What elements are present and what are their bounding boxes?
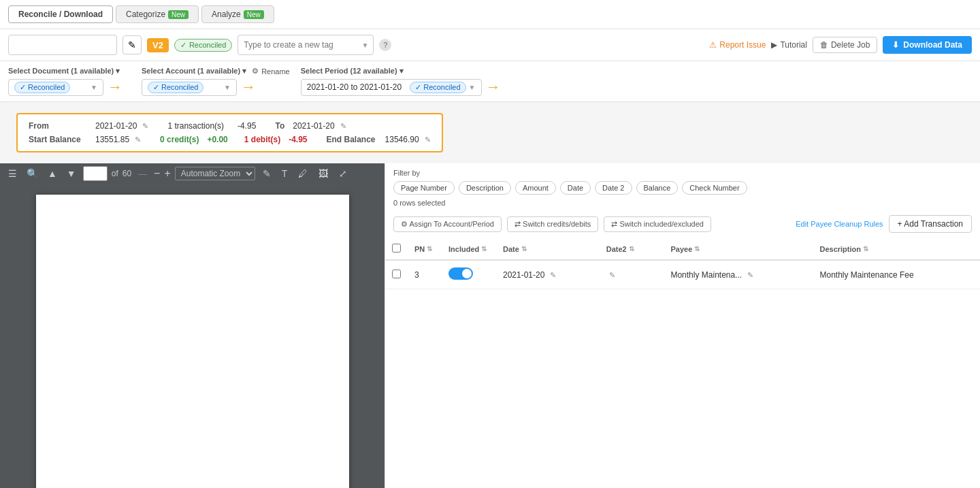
filter-description-button[interactable]: Description xyxy=(459,181,511,195)
download-data-button[interactable]: ⬇ Download Data xyxy=(883,36,972,54)
delete-job-button[interactable]: 🗑 Delete Job xyxy=(813,37,877,53)
edit-icon-button[interactable]: ✎ xyxy=(122,35,142,54)
filter-buttons-row: Page Number Description Amount Date Date… xyxy=(393,181,972,195)
doc-search-input[interactable] xyxy=(8,35,117,55)
select-row: Select Document (1 available) ▾ ✓ Reconc… xyxy=(0,61,980,102)
pdf-page xyxy=(36,195,349,488)
summary-balance-row: Start Balance 13551.85 ✎ 0 credit(s) +0.… xyxy=(29,135,431,144)
rename-button[interactable]: ⚙ Rename xyxy=(252,67,290,76)
debits-label: 1 debit(s) xyxy=(244,135,280,144)
pdf-page-input[interactable]: 1 xyxy=(83,166,108,181)
table-header-date[interactable]: Date⇅ xyxy=(496,238,600,260)
pdf-cursor-tool-button[interactable]: ✎ xyxy=(259,167,274,180)
right-panel: Filter by Page Number Description Amount… xyxy=(385,163,980,488)
select-document-arrow-annotation: → xyxy=(108,78,122,96)
tab-analyze-badge: New xyxy=(244,10,264,19)
pdf-next-page-button[interactable]: ▼ xyxy=(64,167,79,180)
main-content: ☰ 🔍 ▲ ▼ 1 of 60 — − + Automatic Zoom ✎ T… xyxy=(0,163,980,488)
row-date2-edit-icon[interactable]: ✎ xyxy=(609,271,615,279)
filter-page-number-button[interactable]: Page Number xyxy=(393,181,455,195)
table-header-payee[interactable]: Payee⇅ xyxy=(664,238,813,260)
edit-payee-cleanup-rules-button[interactable]: Edit Payee Cleanup Rules xyxy=(796,215,883,233)
from-date-edit-icon[interactable]: ✎ xyxy=(142,122,148,131)
pdf-sidebar-toggle-button[interactable]: ☰ xyxy=(5,167,20,180)
pdf-zoom-in-button[interactable]: + xyxy=(164,167,170,180)
row-checkbox[interactable] xyxy=(392,270,401,278)
pdf-viewer: ☰ 🔍 ▲ ▼ 1 of 60 — − + Automatic Zoom ✎ T… xyxy=(0,163,385,488)
table-header-description[interactable]: Description⇅ xyxy=(813,238,980,260)
select-period-reconciled-badge: ✓ Reconciled xyxy=(410,82,466,93)
tab-analyze[interactable]: AnalyzeNew xyxy=(201,5,274,23)
included-sort-icon: ⇅ xyxy=(481,245,487,253)
pdf-text-tool-button[interactable]: T xyxy=(278,167,291,180)
toolbar-left: ✎ V2 ✓ Reconciled ▼ ? xyxy=(8,35,704,55)
row-date-value: 2021-01-20 xyxy=(503,270,544,280)
filter-date-button[interactable]: Date xyxy=(560,181,591,195)
select-document-reconciled-badge: ✓ Reconciled xyxy=(14,82,70,93)
select-account-reconciled-badge: ✓ Reconciled xyxy=(148,82,203,93)
check-icon-period: ✓ xyxy=(415,83,421,92)
select-all-checkbox[interactable] xyxy=(392,244,401,253)
pdf-expand-button[interactable]: ⤢ xyxy=(336,167,350,180)
select-period-control[interactable]: 2021-01-20 to 2021-01-20 ✓ Reconciled ▼ xyxy=(301,79,482,96)
to-date: 2021-01-20 xyxy=(293,121,334,131)
pdf-draw-tool-button[interactable]: 🖊 xyxy=(295,167,311,180)
tab-reconcile-download[interactable]: Reconcile / Download xyxy=(8,5,113,23)
edit-pencil-icon: ✎ xyxy=(128,39,136,50)
row-date-cell: 2021-01-20 ✎ xyxy=(496,260,600,289)
switch-credits-debits-button[interactable]: ⇄ Switch credits/debits xyxy=(507,216,598,232)
table-header-included[interactable]: Included⇅ xyxy=(442,238,496,260)
report-issue-label: Report Issue xyxy=(719,40,766,50)
pdf-prev-page-button[interactable]: ▲ xyxy=(45,167,60,180)
check-icon: ✓ xyxy=(180,41,186,50)
filter-check-number-button[interactable]: Check Number xyxy=(682,181,747,195)
tag-input[interactable] xyxy=(238,35,374,55)
row-payee-edit-icon[interactable]: ✎ xyxy=(747,271,753,279)
filter-date2-button[interactable]: Date 2 xyxy=(595,181,632,195)
table-header-date2[interactable]: Date2⇅ xyxy=(600,238,664,260)
filter-amount-button[interactable]: Amount xyxy=(515,181,556,195)
select-account-label: Select Account (1 available) ▾ xyxy=(142,67,246,76)
select-period-arrow-annotation: → xyxy=(486,78,501,96)
delete-job-label: Delete Job xyxy=(831,40,870,50)
row-included-toggle[interactable] xyxy=(448,267,473,280)
table-header-row: PN⇅ Included⇅ Date⇅ Date2⇅ Payee⇅ xyxy=(385,238,980,260)
filter-by-label: Filter by xyxy=(393,169,972,177)
tutorial-button[interactable]: ▶ Tutorial xyxy=(771,40,807,50)
select-account-control[interactable]: ✓ Reconciled ▼ xyxy=(142,79,237,96)
row-description-value: Monthly Maintenance Fee xyxy=(819,270,913,280)
select-document-control[interactable]: ✓ Reconciled ▼ xyxy=(8,79,103,96)
pdf-zoom-out-button[interactable]: − xyxy=(154,167,160,180)
tab-analyze-label: Analyze xyxy=(212,10,241,19)
help-icon[interactable]: ? xyxy=(379,39,391,51)
warning-icon: ⚠ xyxy=(709,40,717,50)
transactions-data-table: PN⇅ Included⇅ Date⇅ Date2⇅ Payee⇅ xyxy=(385,238,980,289)
select-document-reconciled-label: Reconciled xyxy=(28,83,65,91)
table-header-pn[interactable]: PN⇅ xyxy=(408,238,442,260)
tab-categorize[interactable]: CategorizeNew xyxy=(116,5,199,23)
row-date-edit-icon[interactable]: ✎ xyxy=(550,271,556,279)
assign-account-period-button[interactable]: ⚙ Assign To Account/Period xyxy=(393,216,502,232)
from-label: From xyxy=(29,121,90,131)
pdf-body[interactable] xyxy=(0,184,385,488)
pdf-image-tool-button[interactable]: 🖼 xyxy=(315,167,331,180)
select-period-label: Select Period (12 available) ▾ xyxy=(301,67,501,76)
transactions-count: 1 transaction(s) xyxy=(167,121,224,131)
to-date-edit-icon[interactable]: ✎ xyxy=(340,122,346,131)
select-document-label: Select Document (1 available) ▾ xyxy=(8,67,131,76)
pdf-zoom-select[interactable]: Automatic Zoom xyxy=(175,167,255,180)
row-date2-cell: ✎ xyxy=(600,260,664,289)
end-balance-edit-icon[interactable]: ✎ xyxy=(425,135,431,144)
date-sort-icon: ⇅ xyxy=(521,245,527,253)
pdf-search-button[interactable]: 🔍 xyxy=(24,167,41,180)
start-balance-label: Start Balance xyxy=(29,135,90,144)
report-issue-button[interactable]: ⚠ Report Issue xyxy=(709,40,766,50)
row-included-cell xyxy=(442,260,496,289)
switch-included-excluded-button[interactable]: ⇄ Switch included/excluded xyxy=(604,216,711,232)
start-balance-edit-icon[interactable]: ✎ xyxy=(135,135,141,144)
add-transaction-button[interactable]: + Add Transaction xyxy=(889,215,972,233)
filter-balance-button[interactable]: Balance xyxy=(636,181,679,195)
credits-value: +0.00 xyxy=(207,135,227,144)
reconciled-status-badge: ✓ Reconciled xyxy=(174,39,232,52)
check-icon-doc: ✓ xyxy=(20,83,26,92)
